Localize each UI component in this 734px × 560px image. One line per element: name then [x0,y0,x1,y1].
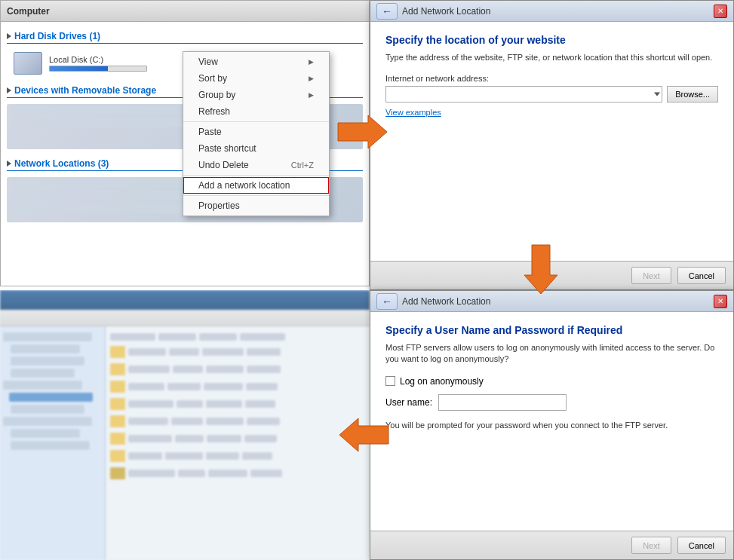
drive-label: Local Disk (C:) [49,55,147,64]
context-menu-view[interactable]: View [183,54,329,70]
context-menu-paste-shortcut[interactable]: Paste shortcut [183,140,329,157]
bl-data-row-5 [109,414,367,429]
dialog-2-cancel-btn[interactable]: Cancel [677,537,726,554]
bl-row-8-text-2 [178,470,205,477]
bl-row-8-text [128,470,175,477]
bl-row-3-text [128,383,164,390]
bl-row-1-text-2 [169,348,199,356]
devices-section-title: Devices with Removable Storage [14,85,156,96]
blurred-title-bar [0,290,370,310]
dialog-1-title-text: Add Network Location [402,6,490,17]
dialog-2-title-left: ← Add Network Location [376,293,490,310]
bl-sidebar-item-3 [11,357,84,366]
bl-row-2-text-2 [173,366,203,373]
network-section-title: Network Locations (3) [14,158,109,169]
context-menu-sort-by[interactable]: Sort by [183,70,329,87]
context-menu-refresh[interactable]: Refresh [183,103,329,120]
arrow-left [339,415,388,458]
bl-row-7-text-4 [242,452,272,460]
dialog-2-close-btn[interactable]: ✕ [714,295,727,308]
bl-row-7-text [128,452,162,460]
dialog-2-window: ← Add Network Location ✕ Specify a User … [370,290,734,560]
bl-row-5-text-4 [247,418,280,425]
arrow-down [521,245,562,296]
bl-row-7-text-2 [165,452,203,460]
bl-data-row-3 [109,379,367,394]
browse-button[interactable]: Browse... [667,86,718,103]
bl-sidebar-item-7 [3,417,92,426]
drive-info: Local Disk (C:) [49,55,147,72]
blurred-content [0,326,370,560]
bl-row-3-text-3 [204,383,243,390]
arrow-down-svg [521,245,562,294]
bl-folder-icon-7 [110,450,125,462]
hard-disk-section-header[interactable]: Hard Disk Drives (1) [7,28,363,44]
arrow-left-svg [339,415,388,456]
context-menu-add-network[interactable]: Add a network location [183,177,329,194]
context-menu-undo-delete[interactable]: Undo Delete Ctrl+Z [183,157,329,173]
bl-sidebar-item-9 [11,441,90,450]
drive-icon [13,50,43,76]
bl-sidebar-item-4 [11,369,75,378]
dialog-2-back-btn[interactable]: ← [376,293,398,310]
bl-row-4-text [128,400,174,408]
bl-row-5-text-2 [171,418,203,425]
bl-sidebar-item-1 [3,332,92,341]
address-input-combo[interactable] [385,86,662,103]
dialog-2-body: Specify a User Name and Password if Requ… [370,312,733,531]
svg-marker-0 [338,115,387,148]
bl-header-row [109,332,367,342]
bl-data-row-8 [109,466,367,481]
bl-row-5-text-3 [206,418,244,425]
context-menu-divider-2 [183,175,329,176]
expand-icon [7,33,11,39]
drive-progress-container [49,66,147,72]
note-text: You will be prompted for your password w… [385,420,718,431]
dialog-2-heading: Specify a User Name and Password if Requ… [385,324,718,336]
bl-row-6-text-3 [207,435,241,442]
dialog-1-description: Type the address of the website, FTP sit… [385,52,718,63]
dialog-2-quadrant: ← Add Network Location ✕ Specify a User … [370,290,734,560]
address-input[interactable] [389,90,659,99]
bl-sidebar-section-1 [3,332,102,450]
bl-data-row-2 [109,362,367,377]
context-menu-view-label: View [198,57,218,67]
context-menu-group-by[interactable]: Group by [183,87,329,103]
dialog-1-cancel-btn[interactable]: Cancel [677,267,726,284]
dialog-1-back-btn[interactable]: ← [376,3,398,20]
bl-col-header-1 [110,333,155,341]
view-examples-link[interactable]: View examples [385,108,441,117]
bl-folder-icon-2 [110,363,125,375]
context-menu-properties[interactable]: Properties [183,197,329,214]
bl-data-row-1 [109,344,367,360]
bl-folder-icon-6 [110,433,125,445]
username-input[interactable] [438,394,567,411]
hard-disk-section-title: Hard Disk Drives (1) [14,31,100,41]
hdd-graphic [14,52,42,75]
bl-row-8-text-3 [208,470,247,477]
log-on-anonymously-checkbox[interactable] [385,376,395,386]
context-menu-properties-label: Properties [198,200,240,211]
dialog-1-input-row: Browse... [385,86,718,103]
dialog-1-address-label: Internet or network address: [385,74,718,83]
bl-row-3-text-2 [167,383,201,390]
context-menu-undo-label: Undo Delete [198,160,249,170]
context-menu-divider-1 [183,121,329,122]
bl-row-4-text-3 [206,400,242,408]
bl-folder-icon-5 [110,415,125,427]
bl-row-4-text-2 [177,400,203,408]
bl-row-8-text-4 [250,470,282,477]
context-menu-paste-label: Paste [198,127,222,137]
context-menu: View Sort by Group by Refresh Paste Past… [183,51,330,216]
bl-data-row-7 [109,448,367,464]
bl-folder-icon-3 [110,381,125,393]
context-menu-paste[interactable]: Paste [183,124,329,140]
context-menu-refresh-label: Refresh [198,106,230,117]
context-menu-add-network-label: Add a network location [198,180,290,191]
dialog-2-next-btn[interactable]: Next [631,537,671,554]
dialog-1-next-btn[interactable]: Next [631,267,671,284]
svg-marker-2 [339,418,388,451]
explorer-title-bar: Computer [1,1,369,22]
context-menu-divider-3 [183,195,329,196]
dialog-1-close-btn[interactable]: ✕ [714,5,727,18]
